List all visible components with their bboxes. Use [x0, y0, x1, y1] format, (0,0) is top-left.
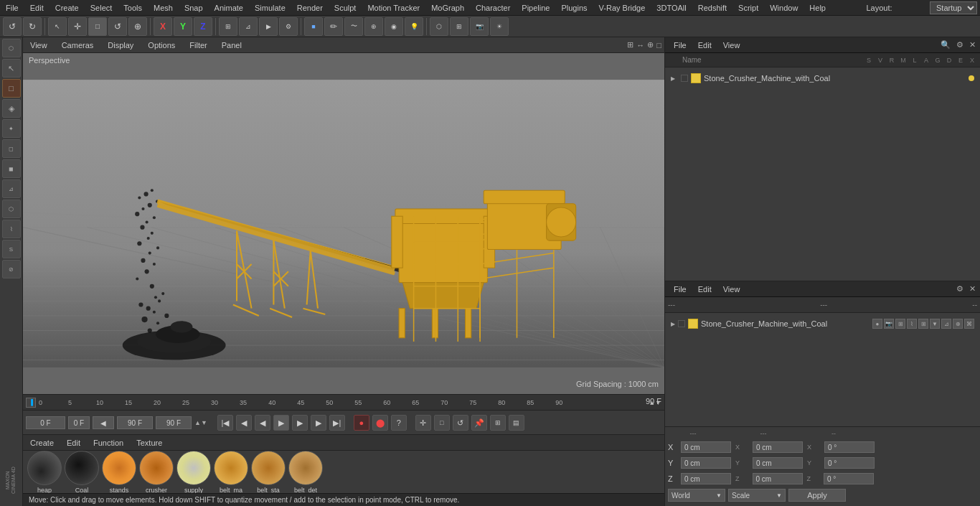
redo-button[interactable]: ↻	[23, 17, 42, 36]
coord-z-rot-field[interactable]: 0 °	[824, 473, 874, 484]
material-coal[interactable]: Coal	[65, 451, 99, 494]
menu-character[interactable]: Character	[470, 2, 516, 14]
auto-keyframe-button[interactable]: ⬤	[372, 415, 388, 431]
coord-y-size-field[interactable]: 0 cm	[753, 457, 803, 469]
attr-icon-3[interactable]: ⊞	[895, 319, 905, 329]
x-axis-button[interactable]: X	[154, 17, 172, 36]
end-frame-field[interactable]: ◀	[93, 416, 114, 429]
left-tool-7[interactable]: ◼	[2, 159, 21, 178]
menu-window[interactable]: Window	[764, 2, 804, 14]
menu-plugins[interactable]: Plugins	[555, 2, 593, 14]
viewport-menu-panel[interactable]: Panel	[217, 39, 246, 51]
obj-settings-icon[interactable]: ⚙	[956, 40, 963, 50]
menu-mograph[interactable]: MoGraph	[425, 2, 470, 14]
left-tool-5[interactable]: ✦	[2, 119, 21, 138]
menu-animate[interactable]: Animate	[209, 2, 249, 14]
cube-tool[interactable]: ■	[304, 17, 323, 36]
menu-mesh[interactable]: Mesh	[148, 2, 179, 14]
obj-menu-edit[interactable]: Edit	[694, 39, 716, 51]
viewport-menu-cameras[interactable]: Cameras	[57, 39, 98, 51]
pin-btn[interactable]: 📌	[471, 415, 487, 431]
pen-tool[interactable]: ✏	[324, 17, 343, 36]
menu-snap[interactable]: Snap	[179, 2, 209, 14]
frame-rate-field[interactable]: 90 F	[156, 416, 192, 429]
viewport-icon-2[interactable]: ↔	[636, 41, 644, 50]
menu-file[interactable]: File	[0, 2, 24, 14]
undo-button[interactable]: ↺	[3, 17, 22, 36]
left-tool-1[interactable]: ⬡	[2, 39, 21, 57]
render-button[interactable]: ▶	[259, 17, 278, 36]
frame-rate-arrows[interactable]: ▲▼	[194, 419, 207, 426]
obj-menu-view[interactable]: View	[719, 39, 745, 51]
attr-close-icon[interactable]: ✕	[969, 284, 976, 294]
attr-settings-icon[interactable]: ⚙	[956, 284, 963, 294]
playback-settings-button[interactable]: ?	[391, 415, 407, 431]
material-belt-ma[interactable]: belt_ma	[214, 451, 248, 494]
spline-tool[interactable]: 〜	[344, 17, 363, 36]
attr-menu-view[interactable]: View	[719, 284, 745, 295]
step-forward-button[interactable]: ▶	[292, 415, 308, 431]
viewport-menu-options[interactable]: Options	[143, 39, 179, 51]
render-settings-button[interactable]: ⚙	[279, 17, 298, 36]
box-select-tl[interactable]: □	[434, 415, 450, 431]
deform-tool[interactable]: ⊕	[364, 17, 383, 36]
menu-3dtoall[interactable]: 3DTOAll	[651, 2, 692, 14]
object-mode-button[interactable]: ⊞	[219, 17, 237, 36]
mat-menu-create[interactable]: Create	[27, 437, 57, 449]
left-tool-3[interactable]: □	[2, 79, 21, 98]
menu-render[interactable]: Render	[291, 2, 329, 14]
attr-icon-2[interactable]: 📷	[884, 319, 894, 329]
menu-sculpt[interactable]: Sculpt	[329, 2, 362, 14]
coord-y-pos-field[interactable]: 0 cm	[681, 457, 731, 469]
move-tool-button[interactable]: ✛	[68, 17, 87, 36]
menu-vray[interactable]: V-Ray Bridge	[593, 2, 651, 14]
attr-menu-file[interactable]: File	[669, 284, 691, 295]
loop-end-field[interactable]: 90 F	[117, 416, 153, 429]
layout-select[interactable]: Startup	[930, 1, 977, 14]
light2-tool[interactable]: ☀	[490, 17, 509, 36]
rotate-tool-button[interactable]: ↺	[108, 17, 127, 36]
play-button[interactable]: ▶	[273, 415, 289, 431]
coord-z-pos-field[interactable]: 0 cm	[681, 473, 731, 484]
left-tool-11[interactable]: S	[2, 240, 21, 258]
material-belt-det[interactable]: belt_det	[288, 451, 323, 494]
next-keyframe-button[interactable]: ▶	[311, 415, 326, 431]
object-row-1[interactable]: ▶ Stone_Crusher_Machine_with_Coal	[668, 70, 977, 86]
obj-close-icon[interactable]: ✕	[969, 40, 976, 50]
material-stands[interactable]: stands	[102, 451, 136, 494]
attr-icon-4[interactable]: ⌇	[907, 319, 917, 329]
left-tool-9[interactable]: ⬡	[2, 200, 21, 218]
viewport-icon-3[interactable]: ⊕	[647, 40, 654, 50]
render-region-button[interactable]: ⊿	[239, 17, 258, 36]
attr-icon-5[interactable]: ⊞	[918, 319, 928, 329]
mat-menu-function[interactable]: Function	[90, 437, 126, 449]
attr-object-row[interactable]: ▶ Stone_Crusher_Machine_with_Coal ● 📷 ⊞ …	[668, 316, 977, 332]
obj-menu-file[interactable]: File	[669, 39, 691, 51]
world-dropdown[interactable]: World ▼	[668, 489, 725, 502]
move-tool-tl[interactable]: ✛	[415, 415, 431, 431]
mat-menu-edit[interactable]: Edit	[64, 437, 83, 449]
attr-icon-9[interactable]: ⌘	[964, 319, 974, 329]
loop-btn[interactable]: ↺	[453, 415, 468, 431]
attr-icon-1[interactable]: ●	[872, 319, 882, 329]
grid-btn[interactable]: ⊞	[490, 415, 506, 431]
menu-create[interactable]: Create	[50, 2, 85, 14]
prev-keyframe-button[interactable]: ◀	[236, 415, 252, 431]
menu-pipeline[interactable]: Pipeline	[516, 2, 555, 14]
coord-y-rot-field[interactable]: 0 °	[824, 457, 875, 469]
material-crusher[interactable]: crusher	[139, 451, 174, 494]
viewport-menu-filter[interactable]: Filter	[185, 39, 211, 51]
mat-menu-texture[interactable]: Texture	[133, 437, 165, 449]
viewport-menu-display[interactable]: Display	[103, 39, 138, 51]
viewport-icon-1[interactable]: ⊞	[627, 40, 633, 50]
current-frame-field[interactable]: 0 F	[26, 416, 65, 429]
menu-tools[interactable]: Tools	[118, 2, 148, 14]
menu-simulate[interactable]: Simulate	[249, 2, 291, 14]
apply-button[interactable]: Apply	[788, 489, 846, 502]
obj-search-icon[interactable]: 🔍	[941, 40, 951, 50]
record-button[interactable]: ●	[354, 415, 369, 431]
viewport-menu-view[interactable]: View	[26, 39, 52, 51]
step-back-button[interactable]: ◀	[255, 415, 270, 431]
attr-icon-8[interactable]: ⊕	[953, 319, 963, 329]
obj-dot-color[interactable]	[969, 75, 974, 81]
